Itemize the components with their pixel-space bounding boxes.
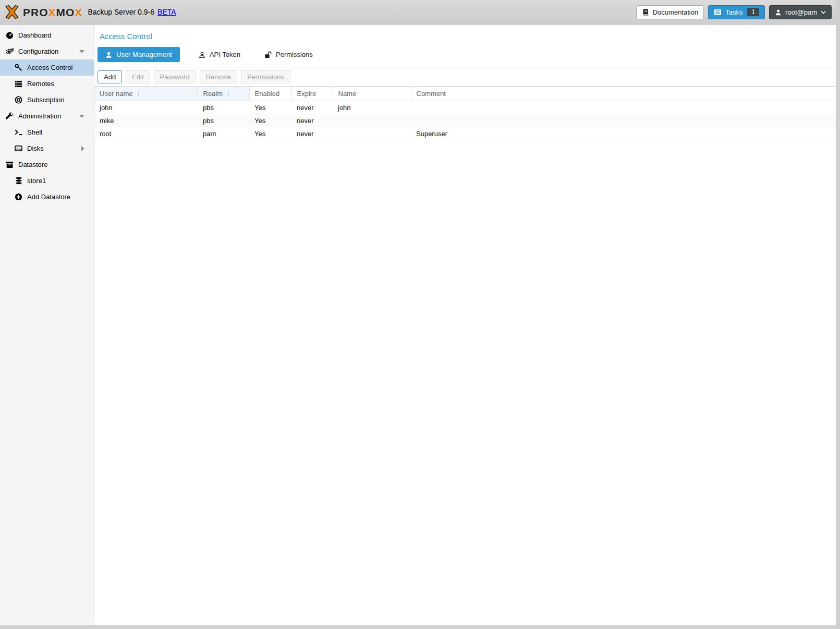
column-header-username[interactable]: User name↑: [94, 87, 198, 101]
sidebar-item-disks[interactable]: Disks: [0, 140, 94, 156]
column-header-enabled[interactable]: Enabled: [249, 87, 291, 101]
cell-comment: [411, 101, 836, 114]
column-label: Comment: [417, 90, 446, 98]
table-header-row: User name↑ Realm↑ Enabled Expire Name Co…: [94, 87, 836, 101]
tab-permissions[interactable]: Permissions: [259, 47, 318, 62]
cell-realm: pbs: [198, 101, 249, 114]
sidebar-item-label: Disks: [27, 144, 44, 152]
sidebar-item-access-control[interactable]: Access Control: [0, 59, 94, 76]
tasks-label: Tasks: [725, 8, 742, 16]
caret-right-icon[interactable]: [81, 146, 84, 151]
add-button[interactable]: Add: [98, 70, 122, 83]
cell-enabled: Yes: [249, 127, 291, 140]
cell-name: [333, 127, 411, 140]
column-label: Enabled: [255, 90, 280, 98]
tab-label: User Management: [116, 51, 172, 58]
unlock-icon: [264, 51, 272, 58]
column-label: Name: [338, 90, 357, 98]
cell-realm: pam: [198, 127, 249, 140]
cell-comment: Superuser: [411, 127, 836, 140]
table-row[interactable]: mike pbs Yes never: [94, 114, 836, 127]
user-icon: [775, 9, 782, 16]
column-header-name[interactable]: Name: [333, 87, 411, 101]
user-solid-icon: [105, 51, 112, 58]
cell-expire: never: [291, 114, 333, 127]
brand-wordmark: PROXMOX: [23, 7, 82, 18]
tab-bar: User Management API Token Permissions: [94, 41, 836, 67]
wrench-icon: [5, 112, 14, 120]
tasks-button[interactable]: Tasks 1: [708, 5, 765, 19]
sidebar-item-dashboard[interactable]: Dashboard: [0, 27, 94, 43]
proxmox-logo: PROXMOX: [4, 4, 82, 20]
tasks-count-badge: 1: [747, 8, 759, 16]
user-menu-button[interactable]: root@pam: [769, 5, 832, 19]
sidebar-item-remotes[interactable]: Remotes: [0, 76, 94, 92]
password-button[interactable]: Password: [154, 70, 196, 83]
sidebar-item-label: Add Datastore: [27, 193, 70, 201]
database-icon: [14, 177, 23, 185]
hard-drive-icon: [14, 144, 23, 153]
sidebar-item-store1[interactable]: store1: [0, 173, 94, 189]
chevron-down-icon: [821, 10, 826, 14]
cell-username: root: [94, 127, 198, 140]
tab-api-token[interactable]: API Token: [193, 47, 246, 62]
app-window: PROXMOX Backup Server 0.9-6 BETA Documen…: [0, 0, 836, 625]
edit-button[interactable]: Edit: [126, 70, 150, 83]
sort-asc-icon: ↑: [227, 90, 230, 98]
cell-realm: pbs: [198, 114, 249, 127]
cell-name: [333, 114, 411, 127]
cell-expire: never: [291, 127, 333, 140]
plus-circle-icon: [14, 193, 23, 201]
page-title: Access Control: [94, 25, 836, 41]
documentation-label: Documentation: [653, 8, 698, 16]
sidebar-item-shell[interactable]: Shell: [0, 124, 94, 140]
task-list-icon: [714, 9, 722, 16]
sidebar-item-add-datastore[interactable]: Add Datastore: [0, 189, 94, 205]
sidebar-item-subscription[interactable]: Subscription: [0, 92, 94, 108]
caret-down-icon[interactable]: [79, 50, 84, 53]
sidebar-item-label: Dashboard: [18, 31, 52, 39]
cell-username: mike: [94, 114, 198, 127]
users-table: User name↑ Realm↑ Enabled Expire Name Co…: [94, 86, 836, 140]
sidebar-item-label: Remotes: [27, 80, 54, 88]
table-row[interactable]: root pam Yes never Superuser: [94, 127, 836, 140]
gears-icon: [5, 47, 14, 56]
sidebar-item-administration[interactable]: Administration: [0, 108, 94, 124]
documentation-button[interactable]: Documentation: [636, 5, 704, 19]
user-menu-label: root@pam: [785, 8, 817, 16]
column-header-comment[interactable]: Comment: [411, 87, 836, 101]
cell-enabled: Yes: [249, 114, 291, 127]
proxmox-x-logo-icon: [4, 4, 20, 20]
tab-label: API Token: [210, 51, 240, 58]
remove-button[interactable]: Remove: [200, 70, 237, 83]
column-header-realm[interactable]: Realm↑: [198, 87, 249, 101]
sort-asc-icon: ↑: [137, 90, 141, 98]
beta-link[interactable]: BETA: [157, 8, 176, 16]
column-label: User name: [100, 90, 133, 98]
column-header-expire[interactable]: Expire: [291, 87, 333, 101]
gauge-icon: [5, 31, 14, 40]
sidebar-item-label: Subscription: [27, 96, 65, 104]
sidebar-item-configuration[interactable]: Configuration: [0, 43, 94, 59]
life-ring-icon: [14, 96, 23, 104]
cell-enabled: Yes: [249, 101, 291, 114]
sidebar-item-label: store1: [27, 177, 46, 185]
sidebar-item-label: Datastore: [18, 161, 47, 168]
cell-username: john: [94, 101, 198, 114]
user-grid-panel: Add Edit Password Remove Permissions Use…: [94, 67, 836, 140]
sidebar: Dashboard Configuration Access Control: [0, 25, 94, 625]
grid-toolbar: Add Edit Password Remove Permissions: [94, 67, 836, 86]
caret-down-icon[interactable]: [79, 115, 84, 118]
tab-label: Permissions: [276, 51, 313, 58]
sidebar-item-label: Administration: [18, 112, 61, 120]
table-row[interactable]: john pbs Yes never john: [94, 101, 836, 114]
column-label: Expire: [297, 90, 316, 98]
sidebar-item-datastore[interactable]: Datastore: [0, 156, 94, 173]
permissions-button[interactable]: Permissions: [241, 70, 290, 83]
book-icon: [642, 8, 649, 16]
content-panel: Access Control User Management API Token: [94, 25, 836, 625]
sidebar-item-label: Access Control: [27, 64, 72, 71]
tab-user-management[interactable]: User Management: [98, 47, 180, 62]
server-list-icon: [14, 80, 23, 88]
app-version-text: Backup Server 0.9-6: [88, 8, 154, 16]
